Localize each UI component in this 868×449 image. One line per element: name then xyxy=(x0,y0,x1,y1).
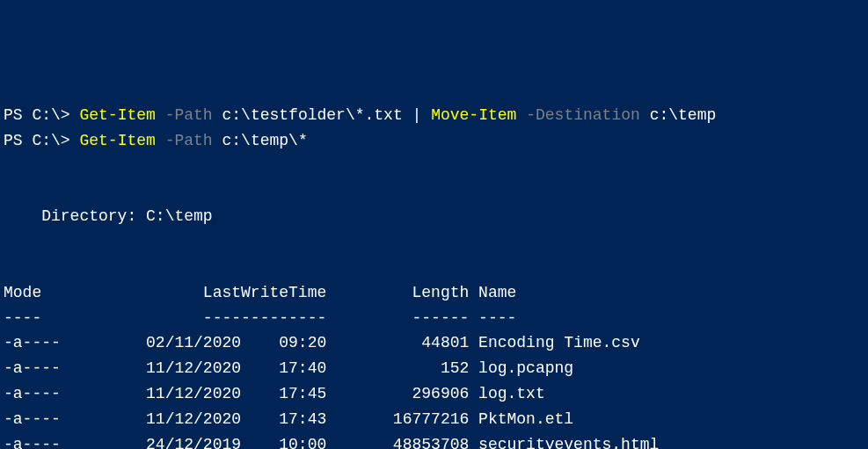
table-separator: ---- ------------- ------ ---- xyxy=(4,309,516,327)
param-path: -Path xyxy=(165,132,213,149)
cmdlet-get-item: Get-Item xyxy=(79,106,155,124)
command-line-2: PS C:\> Get-Item -Path c:\temp\* xyxy=(4,132,308,149)
directory-header: Directory: C:\temp xyxy=(4,207,213,225)
cmdlet-move-item: Move-Item xyxy=(431,106,516,124)
arg-path-value: c:\testfolder\*.txt xyxy=(222,106,402,124)
param-path: -Path xyxy=(165,106,213,124)
prompt: PS C:\> xyxy=(4,132,79,149)
command-line-1: PS C:\> Get-Item -Path c:\testfolder\*.t… xyxy=(4,106,716,124)
pipe-operator: | xyxy=(412,106,422,124)
param-destination: -Destination xyxy=(526,106,640,124)
arg-path-value: c:\temp\* xyxy=(222,132,307,149)
prompt: PS C:\> xyxy=(4,106,79,124)
cmdlet-get-item: Get-Item xyxy=(79,132,155,149)
table-header: Mode LastWriteTime Length Name xyxy=(4,284,516,301)
powershell-terminal[interactable]: PS C:\> Get-Item -Path c:\testfolder\*.t… xyxy=(0,101,868,449)
file-rows: -a---- 02/11/2020 09:20 44801 Encoding T… xyxy=(4,330,864,449)
arg-destination-value: c:\temp xyxy=(650,106,717,124)
